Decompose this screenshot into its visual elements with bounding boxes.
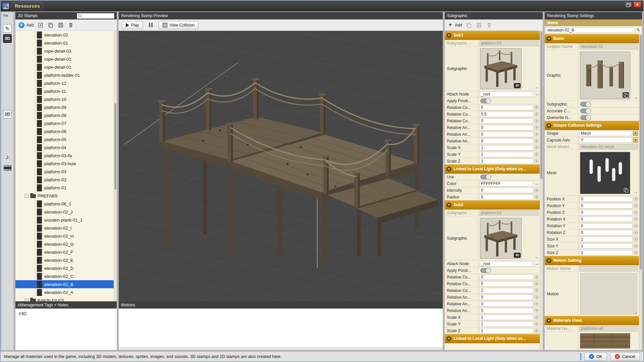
edit-resource-icon[interactable]: ✎: [3, 24, 12, 33]
value-field[interactable]: 0: [579, 230, 633, 235]
close-button[interactable]: ×: [633, 1, 641, 8]
settings-scrollbar-thumb[interactable]: [640, 35, 642, 269]
open-arrow-icon[interactable]: →: [534, 181, 539, 186]
stepper-icon[interactable]: [534, 159, 539, 163]
stepper-icon[interactable]: [534, 105, 539, 110]
value-field[interactable]: 0.5: [479, 112, 533, 117]
audio-resources-icon[interactable]: ♪: [3, 153, 12, 162]
toggle-switch[interactable]: [480, 175, 491, 179]
tree-item-platform-03-fix[interactable]: platform-03-fix: [15, 152, 117, 160]
value-field[interactable]: 0: [479, 138, 533, 144]
delete-icon[interactable]: [486, 22, 492, 28]
value-field[interactable]: 0: [579, 196, 633, 202]
toggle-switch[interactable]: [480, 99, 491, 103]
toggle-switch[interactable]: [580, 102, 591, 107]
stepper-icon[interactable]: [534, 282, 539, 286]
add-subgraphic-button[interactable]: + Add: [448, 22, 462, 27]
open-arrow-icon[interactable]: →: [534, 255, 538, 259]
empty-field[interactable]: [580, 273, 637, 314]
tree-item-elevation-01[interactable]: elevation-01: [15, 39, 117, 47]
stepper-icon[interactable]: [534, 302, 539, 306]
value-field[interactable]: 0: [579, 217, 633, 222]
value-field[interactable]: 1: [579, 250, 633, 255]
preview-viewport[interactable]: [119, 31, 443, 301]
value-field[interactable]: FFFFFFFF: [479, 181, 533, 186]
stepper-icon[interactable]: [534, 132, 539, 136]
value-field[interactable]: 0: [479, 118, 533, 124]
tree-item-platform-ladder-01[interactable]: platform-ladder-01: [15, 71, 117, 79]
open-arrow-icon[interactable]: →: [633, 95, 638, 100]
stepper-icon[interactable]: [534, 125, 539, 130]
stamps-3d-icon[interactable]: 3D: [3, 34, 12, 43]
value-field[interactable]: 0: [479, 295, 533, 300]
tree-item-elevation-02-h[interactable]: elevation-02_H: [15, 232, 117, 240]
section-header-basic[interactable]: ♥Basic: [545, 34, 639, 43]
tree-scrollbar[interactable]: [114, 31, 117, 301]
stepper-icon[interactable]: [534, 322, 539, 326]
save-icon[interactable]: [58, 22, 64, 28]
section-header-simple-collision-settings[interactable]: ♥Simple Collision Settings: [545, 121, 639, 130]
restore-button[interactable]: [624, 1, 632, 8]
value-field[interactable]: 0: [479, 132, 533, 137]
stepper-icon[interactable]: [534, 308, 539, 313]
toggle-switch[interactable]: [580, 109, 591, 113]
stepper-icon[interactable]: [634, 237, 638, 241]
stepper-icon[interactable]: [534, 328, 539, 333]
stepper-icon[interactable]: [534, 112, 539, 116]
tree-item-platform-05[interactable]: platform-05: [15, 135, 117, 143]
stepper-icon[interactable]: [534, 195, 539, 199]
value-field[interactable]: 1: [479, 321, 533, 327]
value-field[interactable]: 1: [479, 152, 533, 157]
stepper-icon[interactable]: [534, 152, 539, 157]
value-field[interactable]: 0: [479, 301, 533, 307]
copy-icon[interactable]: [623, 187, 629, 193]
copy-icon[interactable]: [623, 92, 629, 98]
tree-item-elevation-02-g[interactable]: elevation-02_G: [15, 240, 117, 248]
tree-item-elevation-02-c[interactable]: elevation-02_C: [15, 272, 117, 280]
section-header-materials-used[interactable]: ♥Materials Used: [545, 316, 639, 325]
section-header-sub1[interactable]: ♥Sub1: [445, 31, 540, 40]
mesh-thumbnail[interactable]: [580, 152, 630, 194]
stepper-icon[interactable]: [634, 217, 638, 221]
value-field[interactable]: 1: [479, 159, 533, 164]
value-field[interactable]: 0: [579, 223, 633, 229]
dropdown-arrow-icon[interactable]: ▼: [633, 137, 638, 142]
tree-item-elevation-02-a[interactable]: elevation-02_A: [15, 288, 117, 296]
title-bar[interactable]: Resources ×: [1, 1, 643, 11]
tree-item-rope-detail-01[interactable]: rope-detail-01: [15, 63, 117, 71]
tree-item-platform-06[interactable]: platform-06: [15, 127, 117, 135]
value-field[interactable]: 1: [479, 145, 533, 150]
value-field[interactable]: _root: [479, 92, 533, 97]
tags-notes-field[interactable]: #3D: [15, 308, 117, 350]
stepper-icon[interactable]: [534, 275, 539, 279]
section-header-motion-setting[interactable]: ♥Motion Setting: [545, 256, 639, 265]
motions-list[interactable]: [119, 309, 443, 347]
tree-item-platform-01[interactable]: platform-01: [15, 184, 117, 192]
value-field[interactable]: 2: [479, 288, 533, 293]
stepper-icon[interactable]: [534, 188, 539, 192]
save-icon[interactable]: [476, 22, 482, 28]
subgraphic-thumbnail[interactable]: 3D: [480, 48, 522, 89]
stepper-icon[interactable]: [634, 197, 638, 201]
ok-button[interactable]: ✓ OK: [584, 353, 607, 361]
stepper-icon[interactable]: [534, 145, 539, 150]
tree-item-platform-07[interactable]: platform-07: [15, 119, 117, 127]
stepper-icon[interactable]: [534, 315, 539, 319]
open-arrow-icon[interactable]: →: [534, 92, 539, 96]
dropdown-arrow-icon[interactable]: ▼: [633, 131, 638, 136]
stepper-icon[interactable]: [534, 288, 539, 293]
stepper-icon[interactable]: [634, 224, 638, 228]
stepper-icon[interactable]: [634, 230, 638, 235]
stamps-2d-icon[interactable]: 2D: [3, 110, 12, 119]
expander-icon[interactable]: +: [25, 299, 29, 302]
tree-item-rope-detail-03[interactable]: rope-detail-03: [15, 47, 117, 55]
material-thumbnail[interactable]: [580, 333, 630, 349]
value-field[interactable]: 5: [479, 194, 533, 200]
value-field[interactable]: 1: [579, 243, 633, 249]
tree-item-platform-10[interactable]: platform-10: [15, 95, 117, 103]
duplicate-icon[interactable]: [466, 22, 472, 28]
cancel-button[interactable]: × Cancel: [610, 353, 640, 361]
add-stamp-button[interactable]: + Add: [18, 22, 34, 28]
tree-item-rope-detail-02[interactable]: rope-detail-02: [15, 55, 117, 63]
tree-item-elevation-02-f[interactable]: elevation-02_F: [15, 248, 117, 256]
